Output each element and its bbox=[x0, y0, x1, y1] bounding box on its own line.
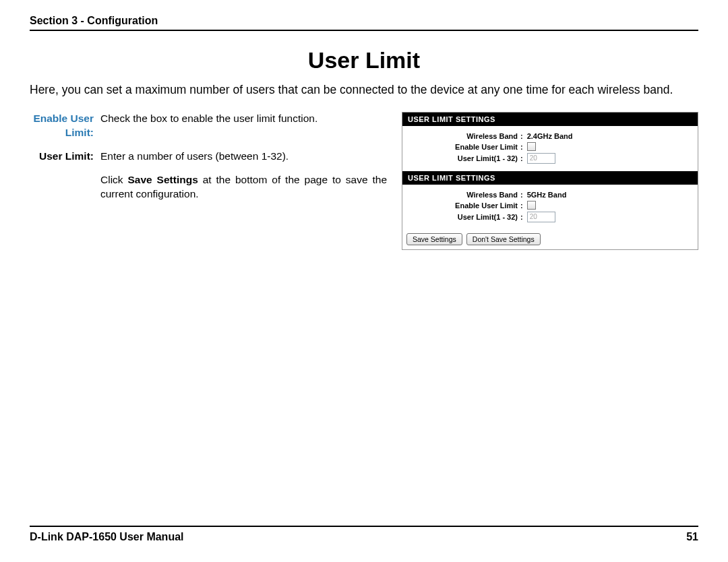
wireless-band-row: Wireless Band : 5GHz Band bbox=[409, 191, 691, 199]
page-footer: D-Link DAP-1650 User Manual 51 bbox=[30, 526, 698, 543]
colon: : bbox=[520, 201, 527, 210]
enable-user-limit-label: Enable User Limit bbox=[409, 143, 520, 151]
wireless-band-label: Wireless Band bbox=[409, 191, 520, 199]
colon: : bbox=[520, 132, 527, 140]
dont-save-settings-button[interactable]: Don't Save Settings bbox=[466, 233, 541, 245]
enable-user-limit-checkbox[interactable] bbox=[527, 142, 536, 151]
content-row: Enable User Limit: Check the box to enab… bbox=[30, 112, 698, 250]
enable-user-limit-label: Enable User Limit bbox=[409, 201, 520, 210]
colon: : bbox=[520, 154, 527, 162]
panel-header-5: USER LIMIT SETTINGS bbox=[402, 171, 698, 185]
wireless-band-value: 5GHz Band bbox=[527, 191, 567, 199]
wireless-band-label: Wireless Band bbox=[409, 132, 520, 140]
save-settings-button[interactable]: Save Settings bbox=[406, 233, 462, 245]
enable-user-limit-row: Enable User Limit : bbox=[409, 201, 691, 210]
user-limit-row: User Limit(1 - 32) : 20 bbox=[409, 153, 691, 164]
definition-row: Click Save Settings at the bottom of the… bbox=[30, 173, 387, 201]
definition-description: Click Save Settings at the bottom of the… bbox=[100, 173, 387, 201]
settings-screenshot: USER LIMIT SETTINGS Wireless Band : 2.4G… bbox=[402, 112, 698, 250]
footer-page-number: 51 bbox=[686, 531, 698, 543]
section-label: Section 3 - Configuration bbox=[30, 15, 158, 26]
enable-user-limit-row: Enable User Limit : bbox=[409, 142, 691, 151]
page-header: Section 3 - Configuration bbox=[30, 15, 698, 31]
note-pre: Click bbox=[100, 174, 128, 185]
page-title: User Limit bbox=[30, 47, 698, 73]
user-limit-input[interactable]: 20 bbox=[527, 153, 555, 164]
colon: : bbox=[520, 213, 527, 221]
colon: : bbox=[520, 191, 527, 199]
colon: : bbox=[520, 143, 527, 151]
footer-manual-name: D-Link DAP-1650 User Manual bbox=[30, 531, 184, 543]
definition-description: Enter a number of users (between 1-32). bbox=[100, 150, 387, 164]
wireless-band-row: Wireless Band : 2.4GHz Band bbox=[409, 132, 691, 140]
definition-row: User Limit: Enter a number of users (bet… bbox=[30, 150, 387, 164]
user-limit-label: User Limit(1 - 32) bbox=[409, 213, 520, 221]
definitions-list: Enable User Limit: Check the box to enab… bbox=[30, 112, 387, 211]
wireless-band-value: 2.4GHz Band bbox=[527, 132, 573, 140]
user-limit-row: User Limit(1 - 32) : 20 bbox=[409, 212, 691, 222]
panel-header-24: USER LIMIT SETTINGS bbox=[402, 113, 698, 126]
definition-term: User Limit: bbox=[30, 150, 100, 164]
intro-text: Here, you can set a maximum number of us… bbox=[30, 83, 698, 97]
definition-term-empty bbox=[30, 173, 100, 201]
button-bar: Save Settings Don't Save Settings bbox=[402, 230, 698, 249]
enable-user-limit-checkbox[interactable] bbox=[527, 201, 536, 210]
panel-body-24: Wireless Band : 2.4GHz Band Enable User … bbox=[402, 126, 698, 171]
definition-term: Enable User Limit: bbox=[30, 112, 100, 140]
user-limit-input[interactable]: 20 bbox=[527, 212, 555, 222]
note-bold: Save Settings bbox=[128, 174, 198, 185]
definition-description: Check the box to enable the user limit f… bbox=[100, 112, 387, 140]
panel-body-5: Wireless Band : 5GHz Band Enable User Li… bbox=[402, 185, 698, 230]
definition-row: Enable User Limit: Check the box to enab… bbox=[30, 112, 387, 140]
user-limit-label: User Limit(1 - 32) bbox=[409, 154, 520, 162]
